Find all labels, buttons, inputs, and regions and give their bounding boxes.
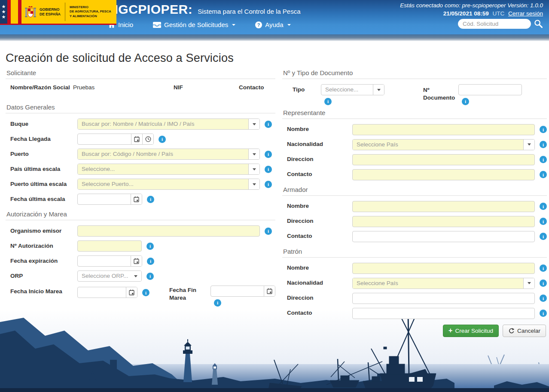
fecha-expiracion-input[interactable] xyxy=(78,256,131,266)
svg-text:?: ? xyxy=(257,22,260,27)
time-button[interactable] xyxy=(142,134,153,144)
field-pat-nacionalidad: Nacionalidad Seleccione País i xyxy=(282,278,547,289)
info-icon[interactable]: i xyxy=(159,136,166,143)
government-logo[interactable]: GOBIERNO DE ESPAÑA MINISTERIO DE AGRICUL… xyxy=(0,0,116,25)
orp-select[interactable]: Seleccione ORP... xyxy=(77,270,142,282)
fecha-ultima-input[interactable] xyxy=(78,194,131,204)
info-icon[interactable]: i xyxy=(146,273,154,280)
field-puerto: Puerto Buscar por: Código / Nombre / Paí… xyxy=(6,149,275,160)
calendar-button[interactable] xyxy=(131,256,142,266)
arm-nombre-input[interactable] xyxy=(352,201,535,212)
nav-gestion-solicitudes[interactable]: Gestión de Solicitudes xyxy=(153,21,235,28)
info-icon[interactable]: i xyxy=(265,166,272,173)
info-icon[interactable]: i xyxy=(147,196,154,203)
info-icon[interactable]: i xyxy=(462,98,469,105)
documento-row: Tipo Seleccione... i Nº Documento i xyxy=(282,84,547,105)
calendar-button[interactable] xyxy=(131,194,142,204)
utc-label: UTC xyxy=(492,10,504,17)
info-icon[interactable]: i xyxy=(540,203,547,210)
logout-link[interactable]: Cerrar sesión xyxy=(508,10,543,17)
rep-direccion-input[interactable] xyxy=(352,154,535,165)
rep-nacionalidad-placeholder: Seleccione País xyxy=(353,140,523,150)
main-content: Creación de solicitud de Acceso a Servic… xyxy=(0,52,549,337)
buque-dropdown-button[interactable] xyxy=(248,119,259,129)
fecha-inicio-input[interactable] xyxy=(78,287,126,298)
chevron-down-icon xyxy=(287,24,291,26)
organismo-input[interactable] xyxy=(77,225,260,237)
rep-nacionalidad-select[interactable]: Seleccione País xyxy=(352,139,535,150)
field-fecha-llegada: Fecha Llegada i xyxy=(6,134,275,145)
puerto-select[interactable]: Buscar por: Código / Nombre / País xyxy=(77,149,260,160)
rep-contacto-input[interactable] xyxy=(352,169,535,180)
chevron-down-icon xyxy=(528,143,531,146)
info-icon[interactable]: i xyxy=(540,310,547,317)
page-title: Creación de solicitud de Acceso a Servic… xyxy=(6,52,543,65)
search-input[interactable] xyxy=(458,19,531,29)
info-icon[interactable]: i xyxy=(265,151,272,158)
buque-select[interactable]: Buscar por: Nombre / Matrícula / IMO / P… xyxy=(77,119,260,130)
cancelar-button[interactable]: Cancelar xyxy=(503,325,546,337)
star-icon xyxy=(2,15,6,19)
info-icon[interactable]: i xyxy=(540,295,547,302)
pat-nombre-input[interactable] xyxy=(352,263,535,274)
calendar-button[interactable] xyxy=(264,286,275,296)
arm-direccion-input[interactable] xyxy=(352,216,535,227)
puerto-ultima-dropdown-button[interactable] xyxy=(248,179,259,189)
orp-dropdown-button[interactable] xyxy=(130,271,141,281)
section-datos-generales: Datos Generales xyxy=(6,103,275,113)
eu-flag-strip xyxy=(0,0,7,24)
plus-icon: + xyxy=(448,327,452,334)
info-icon[interactable]: i xyxy=(540,280,547,287)
chevron-down-icon xyxy=(528,282,531,284)
pat-contacto-input[interactable] xyxy=(352,308,535,319)
spain-flag-stripe xyxy=(18,0,21,24)
info-icon[interactable]: i xyxy=(146,243,154,250)
info-icon[interactable]: i xyxy=(540,218,547,225)
spain-flag-stripe xyxy=(11,0,18,24)
info-icon[interactable]: i xyxy=(540,233,547,240)
info-icon[interactable]: i xyxy=(540,126,547,133)
info-icon[interactable]: i xyxy=(540,264,547,272)
info-icon[interactable]: i xyxy=(265,228,272,235)
fecha-fin-block: i xyxy=(210,286,275,307)
fecha-fin-input[interactable] xyxy=(211,286,264,296)
calendar-icon xyxy=(134,136,140,142)
nav-ayuda[interactable]: ? Ayuda xyxy=(255,21,290,28)
num-documento-input[interactable] xyxy=(458,84,522,95)
search-icon[interactable] xyxy=(534,19,543,28)
info-icon[interactable]: i xyxy=(214,299,221,307)
rep-nombre-input[interactable] xyxy=(352,124,535,135)
pat-direccion-input[interactable] xyxy=(352,293,535,304)
arm-contacto-input[interactable] xyxy=(352,231,535,242)
pat-nacionalidad-select[interactable]: Seleccione País xyxy=(352,278,535,289)
info-icon[interactable]: i xyxy=(142,289,149,296)
star-icon xyxy=(2,5,6,9)
rep-nacionalidad-dropdown-button[interactable] xyxy=(523,140,534,150)
contacto-label: Contacto xyxy=(239,84,264,91)
info-icon[interactable]: i xyxy=(265,121,272,128)
rep-contacto-label: Contacto xyxy=(287,171,352,178)
tipo-select[interactable]: Seleccione... xyxy=(321,84,384,95)
calendar-button[interactable] xyxy=(131,134,142,144)
deep-water xyxy=(0,388,549,392)
pais-ultima-select[interactable]: Seleccione... xyxy=(77,164,260,175)
pat-nacionalidad-dropdown-button[interactable] xyxy=(523,278,534,289)
info-icon[interactable]: i xyxy=(540,156,547,163)
info-icon[interactable]: i xyxy=(540,141,547,148)
gobierno-text: GOBIERNO DE ESPAÑA xyxy=(40,7,61,16)
info-icon[interactable]: i xyxy=(324,98,332,105)
puerto-dropdown-button[interactable] xyxy=(248,149,259,159)
calendar-button[interactable] xyxy=(126,287,137,298)
info-icon[interactable]: i xyxy=(147,258,154,265)
fecha-llegada-input[interactable] xyxy=(78,134,131,144)
info-icon[interactable]: i xyxy=(540,171,547,178)
crear-solicitud-button[interactable]: + Crear Solicitud xyxy=(443,325,499,337)
pais-ultima-dropdown-button[interactable] xyxy=(248,164,259,174)
right-column: Nº y Tipo de Documento Tipo Seleccione..… xyxy=(282,69,547,337)
orp-label: ORP xyxy=(10,273,77,280)
info-icon[interactable]: i xyxy=(265,181,272,188)
tipo-dropdown-button[interactable] xyxy=(373,85,384,95)
chevron-down-icon xyxy=(134,275,137,277)
num-autorizacion-input[interactable] xyxy=(77,240,142,252)
puerto-ultima-select[interactable]: Seleccione Puerto... xyxy=(77,179,260,190)
